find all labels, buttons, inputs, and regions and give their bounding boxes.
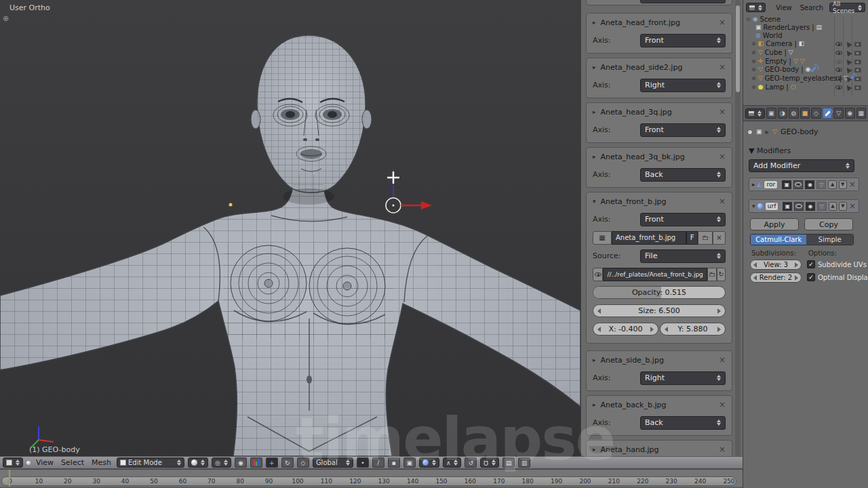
occlude-geometry-toggle[interactable]: ▣ (403, 458, 416, 468)
render-visibility-toggle[interactable]: ▣ (782, 180, 791, 189)
pivot-dropdown[interactable]: ◎ (212, 458, 231, 468)
proportional-edit-dropdown[interactable] (419, 458, 439, 468)
manipulator-widget[interactable] (386, 169, 432, 213)
size-stepper[interactable]: Size: 6.500 (593, 304, 726, 317)
render-visibility-toggle[interactable]: ▣ (783, 202, 792, 211)
axis-dropdown[interactable]: Front (640, 123, 726, 137)
move-up-button[interactable]: ▲ (828, 180, 836, 189)
menu-select[interactable]: Select (59, 458, 86, 467)
render-subdivisions-stepper[interactable]: Render: 2 (750, 272, 802, 283)
modifier-name-field[interactable]: urf (765, 202, 779, 211)
expand-triangle-icon[interactable]: ▸ (593, 108, 596, 115)
optimal-display-checkbox[interactable]: ✓ Optimal Displa (807, 273, 868, 281)
outliner-row-scene[interactable]: ⊖ ◉ Scene (746, 15, 781, 23)
apply-button[interactable]: Apply (750, 218, 799, 230)
expand-icon[interactable]: ⊕ (751, 49, 756, 56)
scrollbar-thumb[interactable] (736, 5, 740, 92)
fake-user-button[interactable]: F (686, 231, 698, 245)
expand-triangle-icon[interactable]: ▸ (752, 181, 755, 188)
pivot-align-toggle[interactable]: ◉ (235, 458, 247, 468)
timeline-editor[interactable]: 0102030405060708090100110120130140150160… (0, 469, 743, 488)
axis-dropdown[interactable]: Right (640, 79, 726, 92)
expand-triangle-icon[interactable]: ▸ (593, 153, 596, 160)
pin-icon[interactable] (747, 129, 753, 135)
menu-view[interactable]: View (34, 458, 56, 467)
scale-manipulator-toggle[interactable]: ◇ (297, 458, 309, 468)
editor-type-dropdown[interactable] (746, 3, 766, 12)
source-dropdown[interactable]: File (640, 249, 726, 263)
move-down-button[interactable]: ▼ (839, 202, 847, 211)
expand-icon[interactable]: ⊕ (751, 58, 756, 64)
rotate-manipulator-toggle[interactable]: ↻ (281, 458, 294, 468)
empty-restrictions[interactable] (835, 59, 861, 64)
outliner-row-lamp[interactable]: ⊕ ● Lamp | ◌ (751, 83, 796, 91)
remove-icon[interactable]: × (719, 400, 726, 409)
tab-modifiers[interactable] (823, 108, 833, 119)
snap-target-dropdown[interactable]: Ω (480, 458, 499, 468)
face-select-toggle[interactable]: ▪ (388, 458, 400, 468)
outliner-row-renderlayers[interactable]: ▣ RenderLayers | ▤ (755, 23, 822, 31)
opacity-slider[interactable]: Opacity: 0.515 (593, 286, 726, 299)
expand-triangle-icon[interactable]: ▸ (593, 19, 596, 26)
tab-scene[interactable]: ◑ (778, 108, 788, 119)
y-offset-stepper[interactable]: Y: 5.880 (660, 323, 726, 336)
remove-icon[interactable]: × (719, 197, 726, 206)
modifier-name-field[interactable]: ror (764, 180, 778, 189)
shading-dropdown[interactable] (188, 458, 208, 468)
eyelashes-restrictions[interactable] (835, 76, 861, 81)
remove-icon[interactable]: × (719, 18, 726, 27)
viewport-canvas[interactable]: User Ortho ⊕ (1) GEO-body (0, 0, 580, 456)
lamp-restrictions[interactable] (835, 85, 861, 90)
remove-icon[interactable]: × (719, 152, 726, 161)
viewport-visibility-toggle[interactable] (793, 180, 803, 189)
remove-icon[interactable]: × (719, 355, 726, 365)
axis-dropdown[interactable]: Right (640, 371, 726, 385)
geo-body-restrictions[interactable] (835, 67, 861, 73)
tab-object-data[interactable]: ▽ (833, 108, 844, 119)
edge-select-toggle[interactable]: / (372, 458, 384, 468)
translate-manipulator-toggle[interactable]: + (266, 458, 278, 468)
outliner-row-cube[interactable]: ⊕ ▽ Cube | ▽ (751, 48, 793, 56)
remove-icon[interactable]: × (719, 107, 726, 117)
outliner-menu-view[interactable]: View (774, 4, 794, 12)
move-up-button[interactable]: ▲ (829, 202, 837, 211)
mode-dropdown[interactable]: Edit Mode (117, 458, 184, 468)
tab-object[interactable]: ■ (800, 108, 810, 119)
falloff-dropdown[interactable]: ∧ (443, 458, 462, 468)
expand-triangle-icon[interactable]: ▸ (593, 446, 596, 453)
axis-dropdown[interactable]: Back (640, 416, 726, 430)
editmode-visibility-toggle[interactable]: ◉ (806, 202, 815, 211)
opengl-render-anim-button[interactable]: ▥ (518, 458, 530, 468)
opengl-render-image-button[interactable]: ▤ (502, 458, 515, 468)
expand-icon[interactable]: ⊕ (751, 84, 756, 90)
image-datablock-field[interactable]: Aneta_front_b.jpg (612, 231, 686, 245)
subdivide-uvs-checkbox[interactable]: ✓ Subdivide UVs (807, 260, 867, 268)
axis-dropdown[interactable]: Back (640, 168, 726, 182)
editor-type-dropdown[interactable] (745, 108, 765, 119)
copy-button[interactable]: Copy (804, 218, 853, 230)
reload-icon[interactable]: ↻ (717, 268, 726, 281)
collapse-triangle-icon[interactable]: ▾ (593, 198, 596, 205)
outliner-row-geo-body[interactable]: ⊕ ▽ GEO-body | ◉ (751, 65, 814, 73)
expand-triangle-icon[interactable]: ▸ (593, 357, 596, 363)
npanel-scrollbar[interactable] (735, 0, 741, 456)
expand-icon[interactable]: ⊕ (751, 66, 756, 73)
outliner-row-world[interactable]: ◍ World (755, 31, 783, 39)
tab-render[interactable]: ▣ (766, 108, 776, 119)
viewport-visibility-toggle[interactable] (794, 202, 804, 211)
orientation-dropdown[interactable]: Global (313, 458, 353, 468)
filepath-field[interactable]: //../ref_plates/Aneta_front_b.jpg (603, 268, 707, 281)
image-browse-icon[interactable]: ▦ (593, 231, 612, 245)
open-image-folder-icon[interactable]: 🗀 (698, 231, 713, 245)
remove-icon[interactable]: × (719, 445, 726, 454)
tab-constraints[interactable]: ◇ (811, 108, 821, 119)
tab-world[interactable]: ◍ (789, 108, 799, 119)
outliner-row-camera[interactable]: ⊕ ◧ Camera | ◧ (751, 39, 804, 47)
menu-mesh[interactable]: Mesh (90, 458, 113, 467)
expand-icon[interactable]: ⊕ (751, 41, 756, 47)
unlink-icon[interactable]: × (713, 231, 726, 245)
editor-type-dropdown[interactable] (3, 458, 23, 468)
axis-dropdown[interactable] (640, 0, 726, 3)
collapse-icon[interactable]: ⊖ (746, 16, 751, 22)
cage-toggle[interactable]: ▽ (816, 180, 826, 189)
